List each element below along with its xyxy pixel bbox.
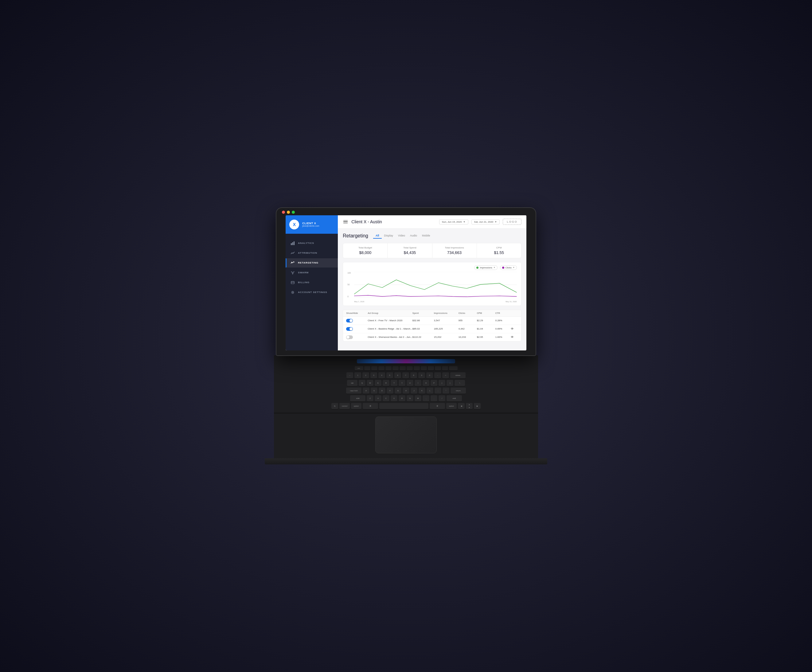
f5-key[interactable] bbox=[392, 366, 399, 370]
backslash-key[interactable]: \ bbox=[454, 380, 465, 386]
x-key[interactable]: X bbox=[375, 395, 381, 401]
f1-key[interactable] bbox=[364, 366, 370, 370]
u-key[interactable]: U bbox=[407, 380, 413, 386]
sidebar-item-analytics[interactable]: ANALYTICS bbox=[286, 239, 338, 248]
eye-button-3[interactable]: 👁 bbox=[511, 335, 518, 339]
g-key[interactable]: G bbox=[395, 387, 401, 394]
i-key[interactable]: I bbox=[415, 380, 421, 386]
lcmd-key[interactable]: ⌘ bbox=[363, 403, 378, 409]
4-key[interactable]: 4 bbox=[379, 372, 385, 379]
lb-key[interactable]: [ bbox=[438, 380, 445, 386]
1-key[interactable]: 1 bbox=[355, 372, 361, 379]
updown-keys[interactable]: ▲ ▼ bbox=[466, 403, 473, 409]
lshift-key[interactable]: shift bbox=[350, 395, 365, 401]
z-key[interactable]: Z bbox=[367, 395, 374, 401]
s-key[interactable]: S bbox=[371, 387, 377, 394]
y-key[interactable]: Y bbox=[399, 380, 405, 386]
f-key[interactable]: F bbox=[387, 387, 393, 394]
p-key[interactable]: P bbox=[431, 380, 437, 386]
row1-toggle[interactable] bbox=[346, 319, 353, 322]
f8-key[interactable] bbox=[414, 366, 420, 370]
return-key[interactable]: return bbox=[450, 387, 466, 394]
rb-key[interactable]: ] bbox=[447, 380, 453, 386]
v-key[interactable]: V bbox=[391, 395, 397, 401]
row2-toggle[interactable] bbox=[346, 327, 353, 331]
capslock-key[interactable]: caps lock bbox=[346, 387, 362, 394]
tab-key[interactable]: tab bbox=[347, 380, 358, 386]
slash-key[interactable]: / bbox=[438, 395, 445, 401]
sidebar-item-attribution[interactable]: ATTRIBUTION bbox=[286, 249, 338, 258]
f10-key[interactable] bbox=[428, 366, 434, 370]
e-key[interactable]: E bbox=[375, 380, 381, 386]
trackpad[interactable] bbox=[375, 416, 437, 453]
right-key[interactable]: ▶ bbox=[474, 403, 481, 409]
f7-key[interactable] bbox=[407, 366, 413, 370]
f9-key[interactable] bbox=[421, 366, 427, 370]
sidebar-item-retargeting[interactable]: RETARGETING bbox=[286, 258, 338, 268]
equals-key[interactable]: = bbox=[442, 372, 449, 379]
rcmd-key[interactable]: ⌘ bbox=[430, 403, 445, 409]
tab-video[interactable]: Video bbox=[396, 233, 408, 239]
n-key[interactable]: N bbox=[407, 395, 413, 401]
tab-display[interactable]: Display bbox=[382, 233, 396, 239]
d-key[interactable]: D bbox=[379, 387, 386, 394]
w-key[interactable]: W bbox=[367, 380, 374, 386]
period-key[interactable]: . bbox=[431, 395, 437, 401]
tab-all[interactable]: All bbox=[373, 233, 382, 239]
date-start-picker[interactable]: Sun, Jun 15, 2020 ▼ bbox=[439, 219, 468, 225]
semi-key[interactable]: ; bbox=[435, 387, 441, 394]
rshift-key[interactable]: shift bbox=[447, 395, 462, 401]
row3-toggle[interactable] bbox=[346, 335, 353, 339]
q-key[interactable]: Q bbox=[359, 380, 365, 386]
tab-audio[interactable]: Audio bbox=[408, 233, 420, 239]
k-key[interactable]: K bbox=[419, 387, 425, 394]
f2-key[interactable] bbox=[371, 366, 377, 370]
c-key[interactable]: C bbox=[383, 395, 389, 401]
5-key[interactable]: 5 bbox=[386, 372, 393, 379]
0-key[interactable]: 0 bbox=[426, 372, 433, 379]
esc-key[interactable]: esc bbox=[355, 366, 363, 370]
j-key[interactable]: J bbox=[411, 387, 417, 394]
f6-key[interactable] bbox=[399, 366, 406, 370]
2-key[interactable]: 2 bbox=[362, 372, 369, 379]
delete-key[interactable]: delete bbox=[450, 372, 466, 379]
f4-key[interactable] bbox=[386, 366, 392, 370]
date-end-picker[interactable]: Sat, Jun 21, 2020 ▼ bbox=[471, 219, 500, 225]
close-button[interactable] bbox=[282, 211, 285, 214]
h-key[interactable]: H bbox=[403, 387, 409, 394]
f3-key[interactable] bbox=[379, 366, 384, 370]
minimize-button[interactable] bbox=[287, 211, 290, 214]
hamburger-button[interactable] bbox=[343, 220, 348, 224]
quote-key[interactable]: " bbox=[443, 387, 449, 394]
power-key[interactable] bbox=[449, 366, 457, 370]
o-key[interactable]: O bbox=[423, 380, 429, 386]
roption-key[interactable]: option bbox=[446, 403, 457, 409]
m-key[interactable]: M bbox=[415, 395, 421, 401]
control-key[interactable]: control bbox=[339, 403, 350, 409]
l-key[interactable]: L bbox=[426, 387, 433, 394]
b-key[interactable]: B bbox=[399, 395, 405, 401]
f12-key[interactable] bbox=[442, 366, 448, 370]
7-key[interactable]: 7 bbox=[402, 372, 409, 379]
fn-key[interactable]: fn bbox=[331, 403, 338, 409]
eye-button-2[interactable]: 👁 bbox=[511, 327, 518, 331]
sidebar-item-billing[interactable]: BILLING bbox=[286, 278, 338, 287]
sidebar-item-account-settings[interactable]: ACCOUNT SETTINGS bbox=[286, 288, 338, 297]
left-key[interactable]: ◀ bbox=[458, 403, 465, 409]
8-key[interactable]: 8 bbox=[410, 372, 417, 379]
9-key[interactable]: 9 bbox=[418, 372, 425, 379]
legend-impressions[interactable]: Impressions ▼ bbox=[474, 265, 497, 270]
legend-clicks[interactable]: Clicks ▼ bbox=[500, 265, 517, 270]
sidebar-item-swarm[interactable]: SWARM bbox=[286, 268, 338, 277]
option-key[interactable]: option bbox=[351, 403, 362, 409]
a-key[interactable]: A bbox=[363, 387, 369, 394]
f11-key[interactable] bbox=[435, 366, 441, 370]
space-key[interactable] bbox=[379, 403, 428, 409]
6-key[interactable]: 6 bbox=[394, 372, 401, 379]
r-key[interactable]: R bbox=[383, 380, 389, 386]
t-key[interactable]: T bbox=[391, 380, 397, 386]
minus-key[interactable]: - bbox=[434, 372, 441, 379]
maximize-button[interactable] bbox=[292, 211, 295, 214]
backtick-key[interactable]: ~ bbox=[346, 372, 353, 379]
tab-mobile[interactable]: Mobile bbox=[420, 233, 433, 239]
